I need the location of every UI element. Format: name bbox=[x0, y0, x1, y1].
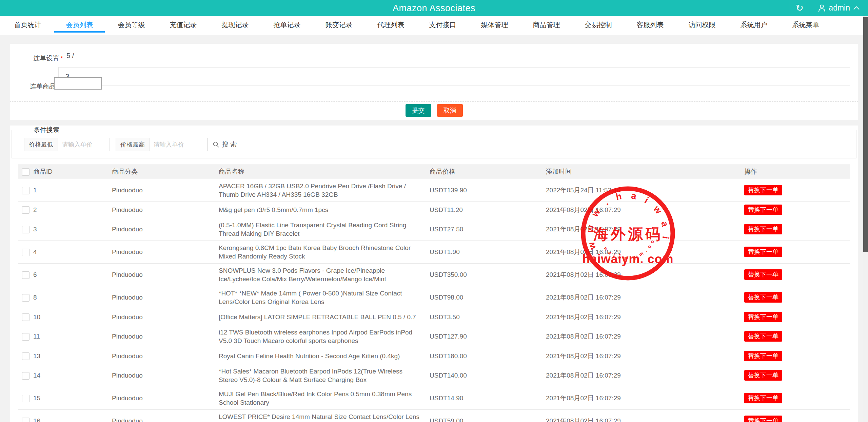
nav-tab-10[interactable]: 媒体管理 bbox=[469, 16, 520, 35]
liandan-setting-label: 连单设置* bbox=[31, 54, 63, 63]
replace-next-order-button[interactable]: 替换下一单 bbox=[744, 393, 782, 403]
nav-tab-7[interactable]: 账变记录 bbox=[313, 16, 365, 35]
replace-next-order-button[interactable]: 替换下一单 bbox=[744, 205, 782, 215]
table-row: 16 Pinduoduo LOWEST PRICE* Desire 14mm N… bbox=[18, 409, 850, 422]
col-price: 商品价格 bbox=[430, 164, 546, 179]
replace-next-order-button[interactable]: 替换下一单 bbox=[744, 224, 782, 234]
nav-tab-3[interactable]: 会员等级 bbox=[105, 16, 157, 35]
table-row: 2 Pinduoduo M&g gel pen r3/r5 0.5mm/0.7m… bbox=[18, 202, 850, 218]
form-divider bbox=[10, 101, 858, 102]
price-max-input[interactable] bbox=[150, 138, 201, 151]
price-cell: USDT127.90 bbox=[430, 325, 546, 348]
replace-next-order-button[interactable]: 替换下一单 bbox=[744, 351, 782, 361]
product-name-cell: Kerongsang 0.8CM 1pc Batu Korea Baby Bro… bbox=[219, 241, 430, 263]
product-id-cell: 16 bbox=[33, 409, 112, 422]
replace-next-order-button[interactable]: 替换下一单 bbox=[744, 370, 782, 381]
replace-next-order-button[interactable]: 替换下一单 bbox=[744, 312, 782, 322]
price-min-group: 价格最低 bbox=[24, 138, 110, 151]
product-name-cell: MUJI Gel Pen Black/Blue/Red Ink Color Pe… bbox=[219, 387, 430, 409]
user-menu[interactable]: admin bbox=[810, 3, 868, 13]
row-checkbox[interactable] bbox=[22, 418, 29, 422]
submit-button[interactable]: 提交 bbox=[406, 104, 431, 117]
user-icon bbox=[818, 4, 826, 12]
nav-tab-4[interactable]: 充值记录 bbox=[157, 16, 209, 35]
col-category: 商品分类 bbox=[112, 164, 219, 179]
scrollbar-thumb[interactable] bbox=[863, 17, 868, 252]
select-all-checkbox[interactable] bbox=[22, 168, 29, 176]
nav-tab-11[interactable]: 商品管理 bbox=[520, 16, 572, 35]
main-content: 连单设置* 5 / 连单商品id 提交 取消 条件搜索 价格最低 价格最高 bbox=[0, 44, 868, 422]
search-fieldset: 条件搜索 价格最低 价格最高 搜 索 bbox=[12, 126, 856, 158]
table-row: 11 Pinduoduo i12 TWS Bluetooth wireless … bbox=[18, 325, 850, 348]
time-cell: 2021年08月02日 16:07:29 bbox=[546, 202, 744, 218]
nav-tab-12[interactable]: 交易控制 bbox=[572, 16, 624, 35]
search-button[interactable]: 搜 索 bbox=[207, 138, 242, 151]
replace-next-order-button[interactable]: 替换下一单 bbox=[744, 247, 782, 257]
table-body: 1 Pinduoduo APACER 16GB / 32GB USB2.0 Pe… bbox=[18, 179, 850, 422]
price-max-group: 价格最高 bbox=[116, 138, 201, 151]
row-checkbox[interactable] bbox=[22, 226, 29, 233]
row-checkbox[interactable] bbox=[22, 372, 29, 380]
price-cell: USDT139.90 bbox=[430, 179, 546, 202]
product-name-cell: Royal Canin Feline Health Nutrition - Se… bbox=[219, 348, 430, 364]
nav-tab-8[interactable]: 代理列表 bbox=[365, 16, 417, 35]
price-min-input[interactable] bbox=[58, 138, 110, 151]
row-checkbox[interactable] bbox=[22, 313, 29, 321]
category-cell: Pinduoduo bbox=[112, 348, 219, 364]
row-checkbox[interactable] bbox=[22, 206, 29, 214]
replace-next-order-button[interactable]: 替换下一单 bbox=[744, 185, 782, 195]
replace-next-order-button[interactable]: 替换下一单 bbox=[744, 269, 782, 280]
row-checkbox[interactable] bbox=[22, 249, 29, 256]
product-name-cell: M&g gel pen r3/r5 0.5mm/0.7mm 1pcs bbox=[219, 202, 430, 218]
row-checkbox[interactable] bbox=[22, 352, 29, 360]
liandan-product-id-input[interactable] bbox=[54, 77, 102, 90]
price-cell: USDT11.20 bbox=[430, 202, 546, 218]
product-name-cell: LOWEST PRICE* Desire 14mm Natural Size C… bbox=[219, 409, 430, 422]
replace-next-order-button[interactable]: 替换下一单 bbox=[744, 292, 782, 303]
scrollbar-track[interactable] bbox=[863, 16, 868, 422]
table-row: 13 Pinduoduo Royal Canin Feline Health N… bbox=[18, 348, 850, 364]
row-checkbox[interactable] bbox=[22, 333, 29, 341]
nav-tab-13[interactable]: 客服列表 bbox=[624, 16, 676, 35]
search-icon bbox=[213, 141, 219, 148]
category-cell: Pinduoduo bbox=[112, 241, 219, 263]
nav-tab-15[interactable]: 系统用户 bbox=[728, 16, 780, 35]
product-id-cell: 4 bbox=[33, 241, 112, 263]
app-title: Amazon Associates bbox=[393, 3, 475, 13]
price-max-label: 价格最高 bbox=[116, 138, 150, 151]
nav-tab-6[interactable]: 抢单记录 bbox=[261, 16, 313, 35]
product-table-card: 条件搜索 价格最低 价格最高 搜 索 bbox=[10, 126, 858, 422]
form-buttons: 提交 取消 bbox=[10, 104, 858, 117]
price-cell: USDT180.00 bbox=[430, 348, 546, 364]
price-cell: USDT350.00 bbox=[430, 263, 546, 286]
product-id-cell: 11 bbox=[33, 325, 112, 348]
row-checkbox[interactable] bbox=[22, 294, 29, 302]
product-table: 商品ID 商品分类 商品名称 商品价格 添加时间 操作 1 Pinduoduo … bbox=[18, 164, 850, 422]
row-checkbox[interactable] bbox=[22, 395, 29, 402]
nav-tab-14[interactable]: 访问权限 bbox=[676, 16, 728, 35]
cancel-button[interactable]: 取消 bbox=[437, 104, 463, 117]
replace-next-order-button[interactable]: 替换下一单 bbox=[744, 331, 782, 342]
nav-tab-16[interactable]: 系统菜单 bbox=[780, 16, 832, 35]
nav-tab-1[interactable]: 首页统计 bbox=[2, 16, 54, 35]
price-cell: USDT27.50 bbox=[430, 218, 546, 241]
row-checkbox[interactable] bbox=[22, 187, 29, 194]
nav-tab-9[interactable]: 支付接口 bbox=[417, 16, 469, 35]
liandan-setting-input[interactable] bbox=[58, 67, 850, 85]
nav-tab-5[interactable]: 提现记录 bbox=[209, 16, 261, 35]
refresh-button[interactable]: ↻ bbox=[789, 0, 810, 16]
replace-next-order-button[interactable]: 替换下一单 bbox=[744, 416, 782, 422]
nav-tab-2[interactable]: 会员列表 bbox=[54, 16, 105, 35]
product-id-cell: 15 bbox=[33, 387, 112, 409]
time-cell: 2021年08月02日 16:07:29 bbox=[546, 309, 744, 325]
product-name-cell: i12 TWS Bluetooth wireless earphones Inp… bbox=[219, 325, 430, 348]
liandan-form-card: 连单设置* 5 / 连单商品id 提交 取消 bbox=[10, 44, 858, 120]
row-checkbox[interactable] bbox=[22, 271, 29, 279]
product-id-cell: 1 bbox=[33, 179, 112, 202]
category-cell: Pinduoduo bbox=[112, 286, 219, 309]
refresh-icon: ↻ bbox=[796, 2, 804, 14]
username: admin bbox=[829, 3, 850, 13]
product-id-cell: 2 bbox=[33, 202, 112, 218]
nav-tabs: 首页统计会员列表会员等级充值记录提现记录抢单记录账变记录代理列表支付接口媒体管理… bbox=[0, 16, 868, 35]
category-cell: Pinduoduo bbox=[112, 202, 219, 218]
